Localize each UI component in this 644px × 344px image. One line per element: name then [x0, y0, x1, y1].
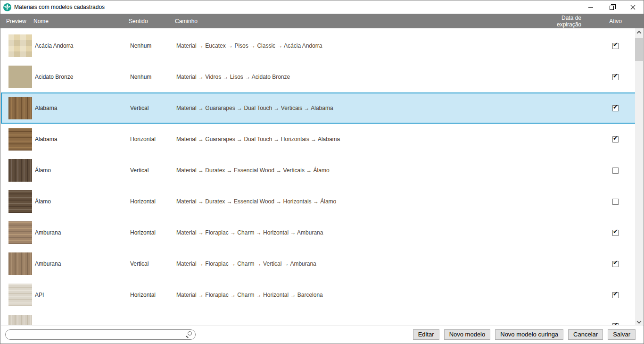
table-row[interactable]: ✔ [1, 310, 636, 326]
title-bar: Materiais com modelos cadastrados [0, 0, 644, 14]
restore-icon [610, 6, 614, 10]
material-caminho: Material → Vidros → Lisos → Acidato Bron… [176, 74, 539, 80]
material-sentido: Nenhum [130, 74, 176, 80]
check-icon: ✔ [613, 42, 618, 48]
active-checkbox[interactable]: ✔ [612, 168, 619, 174]
table-header: Preview Nome Sentido Caminho Data de exp… [0, 14, 644, 28]
material-name: Amburana [35, 260, 130, 267]
material-sentido: Vertical [130, 260, 176, 267]
active-checkbox[interactable]: ✔ [612, 292, 619, 298]
edit-button[interactable]: Editar [413, 329, 439, 340]
column-header-ativo: Ativo [595, 18, 636, 25]
material-sentido: Vertical [130, 167, 176, 174]
close-button[interactable] [622, 0, 644, 14]
active-checkbox[interactable]: ✔ [612, 230, 619, 236]
column-header-nome: Nome [33, 18, 129, 25]
search-input[interactable] [5, 329, 196, 340]
material-name: Acácia Andorra [35, 42, 130, 49]
material-caminho: Material → Floraplac → Charm → Horizonta… [176, 229, 539, 236]
material-name: Alabama [35, 105, 130, 111]
active-checkbox[interactable]: ✔ [612, 74, 619, 80]
material-caminho: Material → Floraplac → Charm → Horizonta… [176, 292, 539, 298]
table-row[interactable]: Amburana Vertical Material → Floraplac →… [1, 248, 636, 279]
close-icon [630, 5, 636, 10]
column-header-sentido: Sentido [129, 18, 175, 25]
material-preview-image [8, 221, 32, 244]
window-title: Materiais com modelos cadastrados [14, 4, 580, 10]
search-icon[interactable] [185, 331, 192, 338]
table-row[interactable]: Acidato Bronze Nenhum Material → Vidros … [1, 61, 636, 92]
material-name: Amburana [35, 229, 130, 236]
column-header-preview: Preview [0, 18, 33, 25]
material-caminho: Material → Duratex → Essencial Wood → Ho… [176, 198, 539, 205]
table-row[interactable]: Amburana Horizontal Material → Floraplac… [1, 217, 636, 248]
app-window: Materiais com modelos cadastrados Previe… [0, 0, 644, 344]
material-preview-image [8, 284, 32, 306]
new-wildcard-model-button[interactable]: Novo modelo curinga [495, 329, 563, 340]
check-icon: ✔ [613, 73, 618, 79]
material-preview-image [8, 128, 32, 151]
material-sentido: Nenhum [130, 42, 176, 49]
material-sentido: Horizontal [130, 198, 176, 205]
material-caminho: Material → Guararapes → Dual Touch → Ver… [176, 105, 539, 111]
material-preview-image [8, 34, 32, 57]
vertical-scrollbar[interactable] [635, 28, 643, 326]
material-preview-image [8, 252, 32, 275]
material-preview-image [8, 66, 32, 88]
material-name: Álamo [35, 198, 130, 205]
scrollbar-thumb[interactable] [635, 38, 643, 61]
materials-list: Acácia Andorra Nenhum Material → Eucatex… [1, 28, 636, 326]
table-row[interactable]: Alabama Vertical Material → Guararapes →… [1, 92, 636, 124]
table-row[interactable]: API Horizontal Material → Floraplac → Ch… [1, 279, 636, 310]
search-box [5, 329, 196, 340]
material-sentido: Horizontal [130, 136, 176, 143]
check-icon: ✔ [613, 104, 618, 110]
material-caminho: Material → Duratex → Essencial Wood → Ve… [176, 167, 539, 174]
action-buttons: Editar Novo modelo Novo modelo curinga C… [413, 329, 644, 340]
active-checkbox[interactable]: ✔ [612, 261, 619, 267]
material-caminho: Material → Guararapes → Dual Touch → Hor… [176, 136, 539, 143]
check-icon: ✔ [613, 228, 618, 235]
material-preview-image [8, 159, 32, 182]
minimize-button[interactable] [580, 0, 601, 14]
material-name: API [35, 292, 130, 298]
active-checkbox[interactable]: ✔ [612, 136, 619, 143]
material-name: Acidato Bronze [35, 74, 130, 80]
chevron-up-icon [637, 31, 642, 35]
cancel-button[interactable]: Cancelar [568, 329, 603, 340]
active-checkbox[interactable]: ✔ [612, 105, 619, 111]
chevron-down-icon [637, 319, 642, 324]
material-caminho: Material → Floraplac → Charm → Vertical … [176, 260, 539, 267]
column-header-data-expiracao: Data de expiração [539, 15, 595, 28]
table-row[interactable]: Alabama Horizontal Material → Guararapes… [1, 124, 636, 155]
active-checkbox[interactable]: ✔ [612, 199, 619, 205]
material-name: Alabama [35, 136, 130, 143]
minimize-icon [588, 7, 593, 8]
table-row[interactable]: Álamo Horizontal Material → Duratex → Es… [1, 186, 636, 217]
material-preview-image [8, 315, 32, 326]
check-icon: ✔ [613, 260, 618, 266]
new-model-button[interactable]: Novo modelo [444, 329, 491, 340]
table-row[interactable]: Álamo Vertical Material → Duratex → Esse… [1, 155, 636, 186]
table-row[interactable]: Acácia Andorra Nenhum Material → Eucatex… [1, 30, 636, 61]
material-preview-image [8, 190, 32, 213]
check-icon: ✔ [613, 135, 618, 141]
material-name: Álamo [35, 167, 130, 174]
check-icon: ✔ [613, 291, 618, 297]
material-preview-image [8, 97, 32, 119]
scroll-up-button[interactable] [635, 28, 643, 36]
maximize-restore-button[interactable] [601, 0, 622, 14]
active-checkbox[interactable]: ✔ [612, 43, 619, 49]
app-icon [3, 3, 11, 11]
material-sentido: Vertical [130, 105, 176, 111]
footer-bar: Editar Novo modelo Novo modelo curinga C… [1, 325, 644, 343]
column-header-caminho: Caminho [175, 18, 539, 25]
material-sentido: Horizontal [130, 229, 176, 236]
material-sentido: Horizontal [130, 292, 176, 298]
save-button[interactable]: Salvar [608, 329, 636, 340]
material-caminho: Material → Eucatex → Pisos → Classic → A… [176, 42, 539, 49]
